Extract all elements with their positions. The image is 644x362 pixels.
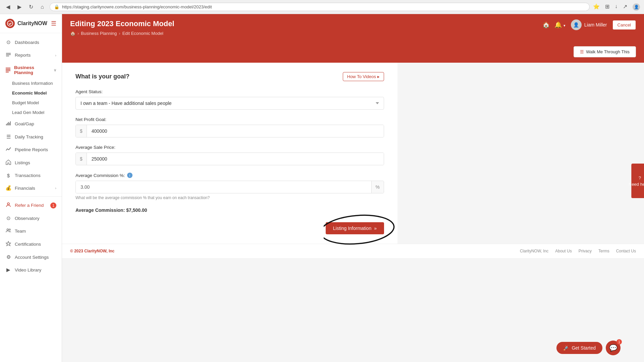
sidebar-item-certifications[interactable]: Certifications: [0, 238, 62, 251]
home-header-icon[interactable]: 🏠: [542, 21, 550, 28]
sidebar-item-label: Transactions: [15, 173, 41, 178]
chat-button[interactable]: 💬 1: [606, 341, 621, 355]
header-right: 🏠 🔔 ▾ 👤 Liam Miller Cancel: [542, 19, 636, 30]
agent-status-group: Agent Status: I own a team - Have additi…: [75, 89, 384, 110]
sidebar-item-video-library[interactable]: ▶ Video Library: [0, 263, 62, 276]
team-icon: [5, 228, 11, 234]
footer-link-contact[interactable]: Contact Us: [616, 249, 636, 253]
footer-link-about[interactable]: About Us: [555, 249, 572, 253]
transactions-icon: $: [5, 173, 11, 178]
svg-point-14: [7, 229, 9, 231]
footer-link-terms[interactable]: Terms: [598, 249, 609, 253]
avg-commission-suffix: %: [371, 181, 384, 193]
net-profit-prefix: $: [76, 125, 87, 137]
sub-nav-item-lead-gen-model[interactable]: Lead Gen Model: [12, 108, 62, 117]
sidebar-item-daily-tracking[interactable]: ☰ Daily Tracking: [0, 130, 62, 143]
refresh-button[interactable]: ↻: [27, 3, 35, 11]
logo-icon: [5, 19, 15, 28]
goal-gap-icon: [5, 121, 11, 127]
footer-link-privacy[interactable]: Privacy: [579, 249, 592, 253]
svg-marker-16: [6, 241, 11, 246]
sidebar-item-financials[interactable]: 💰 Financials ›: [0, 182, 62, 194]
sidebar-item-business-planning[interactable]: Business Planning ∨: [0, 62, 62, 78]
sidebar-item-reports[interactable]: Reports ›: [0, 49, 62, 62]
cancel-button[interactable]: Cancel: [612, 20, 636, 30]
sidebar-item-pipeline-reports[interactable]: Pipeline Reports: [0, 143, 62, 156]
svg-point-15: [9, 229, 10, 230]
home-button[interactable]: ⌂: [38, 3, 46, 11]
listing-info-label: Listing Information: [333, 226, 371, 231]
walk-through-label: Walk Me Through This: [586, 49, 630, 54]
how-to-videos-button[interactable]: How To Videos ▸: [343, 72, 384, 81]
sidebar-item-observatory[interactable]: ⊙ Observatory: [0, 212, 62, 225]
get-started-button[interactable]: 🚀 Get Started: [556, 342, 602, 354]
listing-information-button[interactable]: Listing Information »: [326, 222, 384, 234]
sub-nav-item-business-information[interactable]: Business Information: [12, 78, 62, 88]
sub-nav-item-budget-model[interactable]: Budget Model: [12, 98, 62, 108]
notification-icon[interactable]: 🔔 ▾: [554, 21, 566, 28]
sidebar-item-goal-gap[interactable]: Goal/Gap: [0, 117, 62, 130]
user-name: Liam Miller: [584, 22, 607, 27]
sidebar-item-transactions[interactable]: $ Transactions: [0, 169, 62, 182]
svg-rect-5: [6, 69, 10, 70]
svg-rect-2: [6, 54, 11, 55]
page-title: Editing 2023 Economic Model: [70, 19, 174, 28]
chevron-right-icon: ›: [55, 186, 56, 190]
sidebar-item-label: Daily Tracking: [15, 134, 43, 139]
footer-link-claritynow[interactable]: ClarityNOW, Inc: [520, 249, 548, 253]
address-bar[interactable]: 🔒 https://staging.claritynowre.com/busin…: [50, 3, 590, 11]
avg-sale-price-prefix: $: [76, 153, 87, 165]
svg-rect-12: [10, 121, 11, 125]
sub-nav-item-economic-model[interactable]: Economic Model: [12, 88, 62, 98]
chevron-right-icon: ›: [55, 53, 56, 57]
main-area: Editing 2023 Economic Model 🏠 › Business…: [62, 14, 644, 362]
svg-rect-9: [7, 123, 8, 125]
forward-button[interactable]: ▶: [15, 3, 23, 11]
footer: © 2023 ClarityNOW, Inc ClarityNOW, Inc A…: [62, 244, 644, 258]
sidebar-item-refer-a-friend[interactable]: Refer a Friend 1: [0, 199, 62, 212]
sidebar-item-dashboards[interactable]: ⊙ Dashboards: [0, 36, 62, 49]
chat-badge: 1: [616, 339, 622, 345]
need-help-label: Need help?: [629, 182, 644, 187]
observatory-icon: ⊙: [5, 215, 11, 221]
settings-icon: ⚙: [5, 254, 11, 260]
app-container: ClarityNOW ☰ ⊙ Dashboards Reports › Busi…: [0, 14, 644, 362]
floating-bottom: 🚀 Get Started 💬 1: [556, 341, 621, 355]
sidebar-item-account-settings[interactable]: ⚙ Account Settings: [0, 251, 62, 263]
avg-sale-price-input-wrapper: $: [75, 153, 384, 165]
sidebar-logo: ClarityNOW ☰: [0, 14, 62, 33]
need-help-tab[interactable]: ? Need help?: [631, 164, 644, 198]
agent-status-select[interactable]: I own a team - Have additional sales peo…: [75, 97, 384, 110]
sidebar-item-team[interactable]: Team: [0, 225, 62, 238]
avg-sale-price-input[interactable]: [87, 153, 384, 165]
avg-commission-label: Average Commission %: i: [75, 173, 384, 178]
logo-text: ClarityNOW: [17, 20, 47, 26]
breadcrumb-business-planning[interactable]: Business Planning: [81, 31, 117, 36]
dashboard-icon: ⊙: [5, 39, 11, 45]
sidebar-item-label: Account Settings: [15, 255, 49, 260]
commission-info-icon[interactable]: i: [127, 173, 132, 178]
home-icon[interactable]: 🏠: [70, 31, 75, 36]
footer-links: ClarityNOW, Inc About Us Privacy Terms C…: [520, 249, 636, 253]
breadcrumb: 🏠 › Business Planning › Edit Economic Mo…: [70, 31, 174, 36]
sidebar-item-label: Dashboards: [15, 40, 39, 45]
header-left: Editing 2023 Economic Model 🏠 › Business…: [70, 19, 174, 36]
net-profit-input[interactable]: [87, 125, 384, 137]
sidebar-item-listings[interactable]: Listings: [0, 156, 62, 169]
sidebar-divider: [0, 196, 62, 197]
chevron-down-icon: ∨: [54, 68, 56, 72]
sidebar-item-label: Observatory: [15, 216, 40, 221]
back-button[interactable]: ◀: [4, 3, 12, 11]
form-card-title: What is your goal?: [75, 73, 129, 80]
user-info[interactable]: 👤 Liam Miller: [571, 19, 607, 30]
walk-through-button[interactable]: ☰ Walk Me Through This: [574, 46, 636, 57]
hamburger-icon[interactable]: ☰: [51, 20, 56, 27]
avg-commission-input[interactable]: [76, 181, 371, 193]
net-profit-group: Net Profit Goal: $: [75, 117, 384, 137]
sidebar-item-label: Reports: [15, 53, 31, 58]
breadcrumb-current: Edit Economic Model: [122, 31, 163, 36]
sidebar-item-label: Refer a Friend: [15, 203, 44, 208]
need-help-icon: ?: [638, 175, 641, 180]
agent-status-label: Agent Status:: [75, 89, 384, 94]
net-profit-input-wrapper: $: [75, 125, 384, 137]
